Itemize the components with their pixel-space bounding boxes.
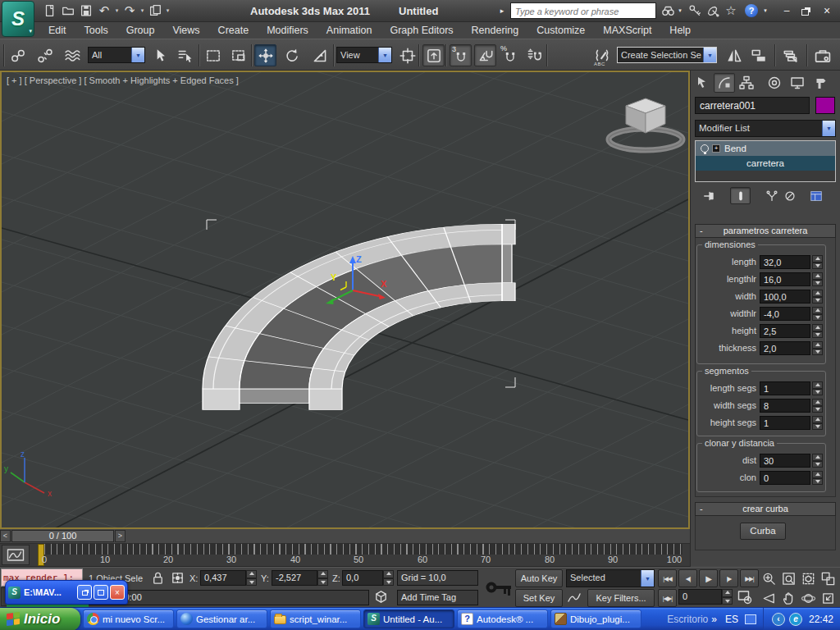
dropdown-arrow-icon[interactable]: ▼ [378,48,391,62]
tab-modify[interactable] [714,73,735,93]
tab-hierarchy[interactable] [736,73,757,93]
z-spinner[interactable] [383,570,394,586]
undo-button[interactable]: ↶ [95,2,113,19]
param-dist-field[interactable]: 30 [760,454,810,468]
time-slider[interactable]: < 0 / 100 > [0,529,690,544]
save-file-button[interactable] [77,2,95,19]
menu-group[interactable]: Group [117,25,164,36]
subscription-key-icon[interactable] [687,3,703,18]
window-crossing-icon[interactable] [227,44,249,66]
hide-icons-button[interactable]: ‹ [772,613,785,626]
redo-dropdown-icon[interactable]: ▾ [139,7,146,14]
selection-filter-dropdown[interactable]: All ▼ [88,47,145,63]
curba-button[interactable]: Curba [740,523,786,540]
redo-button[interactable]: ↷ [121,2,139,19]
toolbar-chevrons-icon[interactable]: » [711,614,717,625]
stack-item-carretera[interactable]: carretera [696,156,835,171]
communication-center-icon[interactable] [705,3,721,18]
start-button[interactable]: Inicio [0,608,80,630]
current-frame-field[interactable]: 0 [678,589,722,605]
tab-display[interactable] [787,73,808,93]
orbit-button[interactable] [799,589,817,607]
key-mode-toggle-button[interactable]: |◀▶| [658,589,677,607]
field-of-view-button[interactable] [760,589,778,607]
use-pivot-point-icon[interactable] [396,44,418,66]
menu-maxscript[interactable]: MAXScript [594,25,660,36]
taskbar-item-chrome[interactable]: mi nuevo Scr... [83,609,174,628]
dropdown-arrow-icon[interactable]: ▼ [703,48,716,62]
mirror-icon[interactable] [723,44,745,66]
select-by-name-icon[interactable] [174,44,196,66]
y-spinner[interactable] [317,570,328,586]
search-input[interactable] [511,4,655,19]
isolate-cube-icon[interactable] [373,589,389,608]
minimized-window-titlebar[interactable]: S E:\MAV... × [5,580,128,605]
angle-snap-toggle-icon[interactable] [474,44,496,66]
viewport-canvas[interactable]: Z X Y x y z [2,72,688,527]
play-button[interactable]: ▶ [699,569,718,587]
percent-snap-toggle-icon[interactable]: % [499,44,521,66]
key-filters-button[interactable]: Key Filters... [587,589,655,607]
taskbar-item-gestionar[interactable]: Gestionar ar... [176,609,267,628]
zoom-all-button[interactable] [779,569,797,587]
edit-named-selection-sets-icon[interactable]: ABC [591,44,613,66]
previous-frame-arrow[interactable]: < [0,530,11,542]
configure-modifier-sets-button[interactable] [806,187,826,204]
close-window-button[interactable]: × [110,585,125,600]
unlink-selection-icon[interactable] [34,44,56,66]
keyboard-shortcut-override-icon[interactable] [422,44,445,66]
param-height-field[interactable]: 2,5 [760,324,810,338]
maximize-viewport-toggle-button[interactable] [819,589,837,607]
bind-to-spacewarp-icon[interactable] [62,44,84,66]
search-dropdown-icon[interactable]: ▾ [676,3,684,18]
track-bar[interactable]: 0 10 20 30 40 50 60 70 80 90 100 [0,544,690,567]
param-width-field[interactable]: 100,0 [760,290,810,304]
select-and-scale-icon[interactable] [308,44,331,66]
object-color-swatch[interactable] [815,97,835,114]
selection-lock-icon[interactable] [150,570,166,589]
expand-plus-icon[interactable]: + [712,144,720,153]
menu-tools[interactable]: Tools [75,25,117,36]
param-length-segs-field[interactable]: 1 [760,381,810,395]
menu-help[interactable]: Help [660,25,700,36]
menu-animation[interactable]: Animation [317,25,381,36]
taskbar-item-dibujo[interactable]: Dibujo_plugi... [550,609,641,628]
align-icon[interactable] [747,44,769,66]
frame-spinner[interactable] [722,589,733,605]
next-frame-arrow[interactable]: > [115,530,126,542]
application-menu-button[interactable]: S ▾ [2,1,34,37]
zoom-extents-button[interactable] [799,569,817,587]
remove-modifier-button[interactable] [779,187,800,204]
spinner[interactable] [812,272,823,286]
restore-button[interactable] [797,4,815,17]
close-button[interactable]: × [818,4,836,17]
menu-modifiers[interactable]: Modifiers [258,25,317,36]
menu-create[interactable]: Create [209,25,258,36]
desktop-toolbar-label[interactable]: Escritorio [667,614,708,625]
param-length-field[interactable]: 32,0 [760,255,810,269]
maximize-window-button[interactable] [94,585,108,600]
spinner[interactable] [812,307,823,321]
y-coordinate-field[interactable]: -2,527 [272,570,317,586]
language-indicator[interactable]: ES [725,614,738,625]
show-end-result-button[interactable] [730,187,751,204]
spinner-snap-toggle-icon[interactable] [523,44,545,66]
infocenter-search[interactable] [510,2,656,19]
menu-edit[interactable]: Edit [39,25,75,36]
key-mode-dropdown[interactable]: Selected ▼ [566,569,655,587]
set-key-button[interactable]: Set Key [515,589,563,607]
viewport-label[interactable]: [ + ] [ Perspective ] [ Smooth + Highlig… [7,75,239,85]
project-toolbar-button[interactable] [146,2,164,19]
go-to-end-button[interactable]: ▶▶| [740,569,759,587]
help-icon[interactable]: ? [743,3,760,18]
set-keys-key-icon[interactable] [484,573,514,605]
modifier-list-dropdown[interactable]: Modifier List ▼ [695,120,836,137]
time-configuration-button[interactable] [737,589,753,609]
spinner[interactable] [812,381,823,395]
help-dropdown-icon[interactable]: ▾ [761,3,769,18]
menu-views[interactable]: Views [163,25,208,36]
select-object-icon[interactable] [148,44,171,66]
tab-create[interactable] [692,73,713,93]
param-clon-field[interactable]: 0 [760,471,810,485]
snaps-toggle-3d-icon[interactable]: 3 [450,44,472,66]
